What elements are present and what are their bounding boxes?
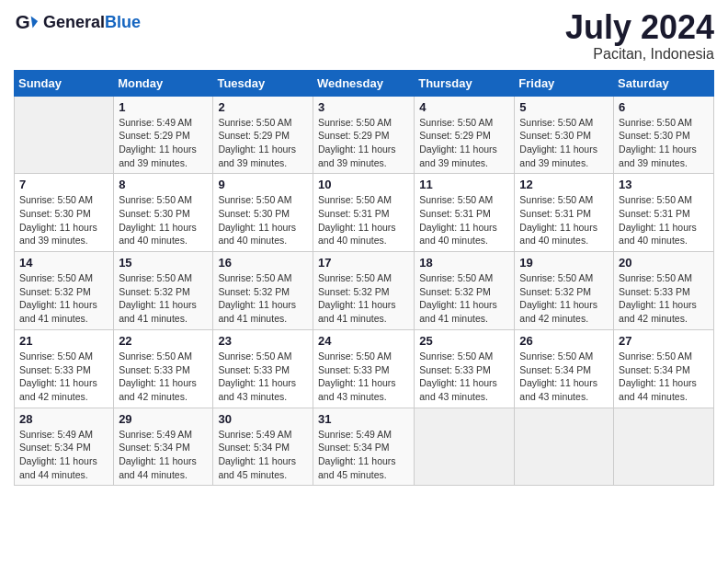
day-number: 1 xyxy=(119,100,208,114)
calendar-week-row: 7Sunrise: 5:50 AM Sunset: 5:30 PM Daylig… xyxy=(15,174,714,252)
day-header-thursday: Thursday xyxy=(415,70,515,96)
day-info: Sunrise: 5:50 AM Sunset: 5:32 PM Dayligh… xyxy=(218,271,308,326)
calendar-cell: 6Sunrise: 5:50 AM Sunset: 5:30 PM Daylig… xyxy=(614,96,714,174)
calendar-cell: 3Sunrise: 5:50 AM Sunset: 5:29 PM Daylig… xyxy=(313,96,414,174)
calendar-cell: 11Sunrise: 5:50 AM Sunset: 5:31 PM Dayli… xyxy=(415,174,515,252)
calendar-cell: 26Sunrise: 5:50 AM Sunset: 5:34 PM Dayli… xyxy=(515,329,614,408)
calendar-cell: 20Sunrise: 5:50 AM Sunset: 5:33 PM Dayli… xyxy=(614,252,714,330)
day-number: 21 xyxy=(19,334,108,348)
day-number: 22 xyxy=(119,334,208,348)
calendar-cell: 28Sunrise: 5:49 AM Sunset: 5:34 PM Dayli… xyxy=(15,408,114,486)
day-info: Sunrise: 5:50 AM Sunset: 5:32 PM Dayligh… xyxy=(519,271,609,326)
day-number: 26 xyxy=(519,334,609,348)
day-header-friday: Friday xyxy=(515,70,614,96)
svg-marker-1 xyxy=(31,16,38,28)
day-number: 28 xyxy=(19,412,108,426)
calendar-cell: 10Sunrise: 5:50 AM Sunset: 5:31 PM Dayli… xyxy=(313,174,414,252)
day-number: 29 xyxy=(119,412,208,426)
logo-icon: G xyxy=(14,9,40,35)
logo-blue: Blue xyxy=(105,13,141,31)
day-number: 13 xyxy=(619,178,709,191)
day-header-tuesday: Tuesday xyxy=(213,70,313,96)
day-info: Sunrise: 5:49 AM Sunset: 5:34 PM Dayligh… xyxy=(119,428,208,482)
day-info: Sunrise: 5:50 AM Sunset: 5:29 PM Dayligh… xyxy=(419,116,509,170)
day-number: 3 xyxy=(318,100,409,114)
calendar-cell: 4Sunrise: 5:50 AM Sunset: 5:29 PM Daylig… xyxy=(415,96,515,174)
calendar-cell: 30Sunrise: 5:49 AM Sunset: 5:34 PM Dayli… xyxy=(213,408,313,486)
calendar-cell: 19Sunrise: 5:50 AM Sunset: 5:32 PM Dayli… xyxy=(515,252,614,330)
calendar-week-row: 21Sunrise: 5:50 AM Sunset: 5:33 PM Dayli… xyxy=(15,329,714,408)
title-block: July 2024 Pacitan, Indonesia xyxy=(565,9,714,63)
day-info: Sunrise: 5:50 AM Sunset: 5:33 PM Dayligh… xyxy=(318,350,409,404)
day-number: 27 xyxy=(619,334,709,348)
calendar-week-row: 28Sunrise: 5:49 AM Sunset: 5:34 PM Dayli… xyxy=(15,408,714,486)
day-number: 25 xyxy=(419,334,509,348)
day-number: 5 xyxy=(519,100,609,114)
day-info: Sunrise: 5:50 AM Sunset: 5:33 PM Dayligh… xyxy=(619,271,709,326)
day-number: 30 xyxy=(218,412,308,426)
day-number: 18 xyxy=(419,256,509,270)
day-info: Sunrise: 5:50 AM Sunset: 5:31 PM Dayligh… xyxy=(619,193,709,247)
calendar-cell: 27Sunrise: 5:50 AM Sunset: 5:34 PM Dayli… xyxy=(614,329,714,408)
calendar-cell: 29Sunrise: 5:49 AM Sunset: 5:34 PM Dayli… xyxy=(114,408,213,486)
calendar-subtitle: Pacitan, Indonesia xyxy=(565,46,714,63)
day-number: 14 xyxy=(19,256,108,270)
calendar-cell: 8Sunrise: 5:50 AM Sunset: 5:30 PM Daylig… xyxy=(114,174,213,252)
calendar-title: July 2024 xyxy=(565,9,714,46)
day-info: Sunrise: 5:50 AM Sunset: 5:34 PM Dayligh… xyxy=(519,350,609,404)
calendar-cell xyxy=(15,96,114,174)
day-info: Sunrise: 5:49 AM Sunset: 5:34 PM Dayligh… xyxy=(218,428,308,482)
day-number: 17 xyxy=(318,256,409,270)
calendar-cell: 24Sunrise: 5:50 AM Sunset: 5:33 PM Dayli… xyxy=(313,329,414,408)
page-header: G GeneralBlue July 2024 Pacitan, Indones… xyxy=(14,9,714,63)
day-info: Sunrise: 5:50 AM Sunset: 5:32 PM Dayligh… xyxy=(318,271,409,326)
calendar-cell: 7Sunrise: 5:50 AM Sunset: 5:30 PM Daylig… xyxy=(15,174,114,252)
calendar-cell: 5Sunrise: 5:50 AM Sunset: 5:30 PM Daylig… xyxy=(515,96,614,174)
calendar-table: SundayMondayTuesdayWednesdayThursdayFrid… xyxy=(14,70,714,487)
calendar-cell: 16Sunrise: 5:50 AM Sunset: 5:32 PM Dayli… xyxy=(213,252,313,330)
day-info: Sunrise: 5:50 AM Sunset: 5:33 PM Dayligh… xyxy=(218,350,308,404)
day-info: Sunrise: 5:50 AM Sunset: 5:29 PM Dayligh… xyxy=(218,116,308,170)
calendar-cell xyxy=(614,408,714,486)
day-number: 6 xyxy=(619,100,709,114)
day-info: Sunrise: 5:50 AM Sunset: 5:33 PM Dayligh… xyxy=(19,350,108,404)
day-number: 10 xyxy=(318,178,409,191)
svg-text:G: G xyxy=(16,11,30,32)
day-info: Sunrise: 5:50 AM Sunset: 5:29 PM Dayligh… xyxy=(318,116,409,170)
day-info: Sunrise: 5:50 AM Sunset: 5:30 PM Dayligh… xyxy=(19,193,108,247)
calendar-cell: 25Sunrise: 5:50 AM Sunset: 5:33 PM Dayli… xyxy=(415,329,515,408)
day-info: Sunrise: 5:50 AM Sunset: 5:32 PM Dayligh… xyxy=(119,271,208,326)
calendar-header-row: SundayMondayTuesdayWednesdayThursdayFrid… xyxy=(15,70,714,96)
day-number: 9 xyxy=(218,178,308,191)
day-number: 4 xyxy=(419,100,509,114)
day-number: 23 xyxy=(218,334,308,348)
day-number: 2 xyxy=(218,100,308,114)
day-number: 7 xyxy=(19,178,108,191)
calendar-cell: 14Sunrise: 5:50 AM Sunset: 5:32 PM Dayli… xyxy=(15,252,114,330)
day-header-saturday: Saturday xyxy=(614,70,714,96)
day-number: 12 xyxy=(519,178,609,191)
calendar-week-row: 14Sunrise: 5:50 AM Sunset: 5:32 PM Dayli… xyxy=(15,252,714,330)
day-info: Sunrise: 5:50 AM Sunset: 5:34 PM Dayligh… xyxy=(619,350,709,404)
day-number: 20 xyxy=(619,256,709,270)
day-info: Sunrise: 5:50 AM Sunset: 5:33 PM Dayligh… xyxy=(419,350,509,404)
day-number: 15 xyxy=(119,256,208,270)
calendar-cell: 9Sunrise: 5:50 AM Sunset: 5:30 PM Daylig… xyxy=(213,174,313,252)
calendar-cell: 31Sunrise: 5:49 AM Sunset: 5:34 PM Dayli… xyxy=(313,408,414,486)
day-info: Sunrise: 5:50 AM Sunset: 5:30 PM Dayligh… xyxy=(218,193,308,247)
day-number: 19 xyxy=(519,256,609,270)
day-info: Sunrise: 5:50 AM Sunset: 5:33 PM Dayligh… xyxy=(119,350,208,404)
calendar-week-row: 1Sunrise: 5:49 AM Sunset: 5:29 PM Daylig… xyxy=(15,96,714,174)
calendar-cell: 17Sunrise: 5:50 AM Sunset: 5:32 PM Dayli… xyxy=(313,252,414,330)
calendar-cell: 1Sunrise: 5:49 AM Sunset: 5:29 PM Daylig… xyxy=(114,96,213,174)
day-info: Sunrise: 5:50 AM Sunset: 5:31 PM Dayligh… xyxy=(318,193,409,247)
calendar-cell: 15Sunrise: 5:50 AM Sunset: 5:32 PM Dayli… xyxy=(114,252,213,330)
day-header-wednesday: Wednesday xyxy=(313,70,414,96)
calendar-cell: 23Sunrise: 5:50 AM Sunset: 5:33 PM Dayli… xyxy=(213,329,313,408)
day-header-sunday: Sunday xyxy=(15,70,114,96)
calendar-cell xyxy=(515,408,614,486)
logo: G GeneralBlue xyxy=(14,9,141,35)
day-info: Sunrise: 5:49 AM Sunset: 5:29 PM Dayligh… xyxy=(119,116,208,170)
day-info: Sunrise: 5:50 AM Sunset: 5:30 PM Dayligh… xyxy=(519,116,609,170)
calendar-cell: 21Sunrise: 5:50 AM Sunset: 5:33 PM Dayli… xyxy=(15,329,114,408)
